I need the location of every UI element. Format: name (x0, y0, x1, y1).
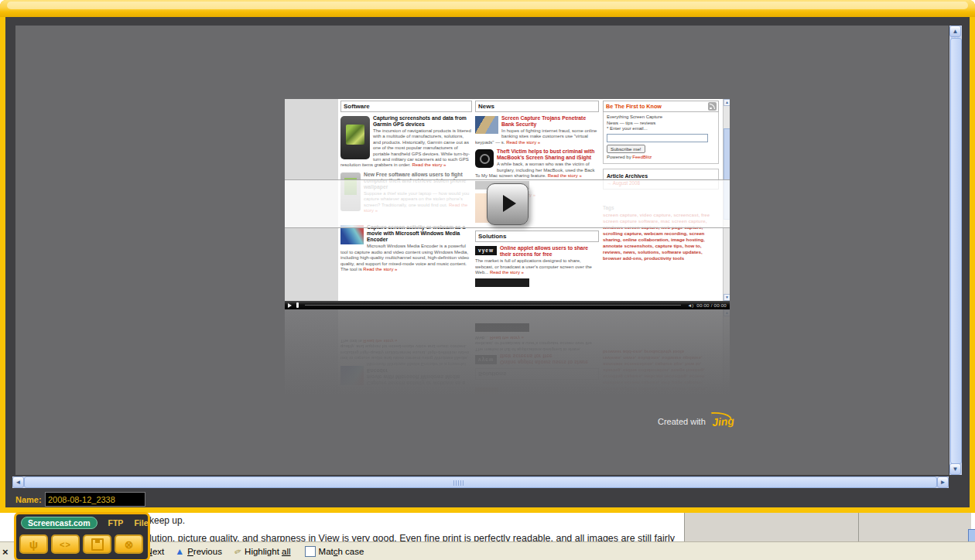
scroll-down-button[interactable]: ▼ (949, 463, 961, 475)
scroll-grip (453, 480, 464, 486)
bank-security-image (475, 116, 498, 134)
match-case-label: Match case (319, 547, 364, 556)
tab-ftp[interactable]: FTP (108, 518, 124, 528)
page-scroll-down-icon: ▼ (724, 294, 730, 301)
save-button[interactable] (83, 534, 111, 554)
horizontal-scroll-thumb[interactable] (24, 476, 937, 488)
subscribe-box: Everything Screen Capture News — tips — … (603, 112, 719, 164)
find-previous-label: Previous (187, 547, 222, 556)
sidebar-sub-text: News — tips — reviews (607, 121, 715, 127)
save-icon (91, 538, 104, 551)
horizontal-scrollbar[interactable]: ◄ ► (12, 476, 949, 488)
jing-watermark: Created with Jing (658, 415, 734, 428)
powered-by: Powered by FeedBlitz (607, 155, 715, 161)
jing-preview-app: keep up. olution, picture quality, and s… (0, 0, 975, 560)
find-previous-button[interactable]: ▲Previous (175, 547, 222, 556)
match-case-checkbox[interactable] (305, 546, 316, 557)
name-label: Name: (15, 495, 42, 504)
read-story-link: Read the story » (506, 140, 540, 145)
vyew-logo: vyew (475, 246, 497, 255)
article: Screen Capture Trojans Penetrate Bank Se… (475, 115, 599, 145)
read-story-link: Read the story » (490, 270, 524, 275)
subscribe-button: Subscribe me! (607, 145, 645, 154)
play-control-icon[interactable] (288, 303, 292, 308)
background-scrollbar-fragment (968, 529, 975, 542)
cancel-icon: ⊗ (125, 539, 134, 550)
titlebar-gloss (7, 2, 968, 9)
article: vyew Online applet allows users to share… (475, 245, 599, 275)
highlight-all-button[interactable]: ✏Highlight all (234, 547, 291, 557)
share-icon: ψ (29, 538, 38, 550)
time-display: 00:00 / 00:00 (696, 302, 727, 308)
article: Capture screen activity or webcam as a m… (340, 224, 472, 272)
share-panel: Screencast.com FTP File ψ <> ⊗ (14, 512, 150, 560)
solutions-column-header: Solutions (475, 230, 599, 242)
jing-logo: Jing (711, 415, 734, 429)
read-story-link: Read the story » (548, 173, 582, 178)
name-input[interactable] (45, 492, 145, 507)
seek-handle[interactable] (296, 302, 299, 308)
archives-header: Article Archives (607, 173, 715, 179)
media-encoder-image (340, 225, 364, 244)
seek-track[interactable] (305, 305, 681, 306)
news-column-header: News (475, 101, 599, 112)
jing-preview-window: ▲ ▼ ◄ ► Name: Software Capturing screens… (0, 0, 975, 513)
article: Theft Victim helps to bust criminal with… (475, 149, 599, 179)
article: Capturing screenshots and data from Garm… (340, 115, 472, 169)
software-column-header: Software (340, 101, 472, 112)
embed-code-icon: <> (60, 540, 71, 549)
background-text-line-1: keep up. (149, 515, 185, 526)
article-body: Microsoft Windows Media Encoder is a pow… (340, 244, 469, 271)
vertical-scrollbar[interactable]: ▲ ▼ (949, 26, 962, 475)
tab-screencast[interactable]: Screencast.com (21, 517, 98, 529)
close-icon[interactable]: × (2, 546, 9, 558)
rss-icon (708, 102, 717, 111)
arrow-up-icon: ▲ (175, 548, 184, 555)
tab-file[interactable]: File (134, 518, 148, 528)
email-label: * Enter your email... (607, 126, 715, 132)
background-panel (684, 513, 859, 541)
read-story-link: Read the story » (412, 162, 446, 167)
share-tabs: Screencast.com FTP File (21, 517, 148, 529)
speaker-icon[interactable]: ◄) (687, 303, 693, 308)
highlighter-icon: ✏ (233, 545, 244, 558)
match-case-option[interactable]: Match case (305, 546, 364, 557)
article-title: Theft Victim helps to bust criminal with… (475, 149, 599, 161)
vertical-scroll-thumb[interactable] (950, 38, 962, 464)
dark-photo-strip (475, 278, 529, 287)
play-button[interactable] (487, 183, 529, 225)
cancel-button[interactable]: ⊗ (115, 534, 143, 554)
play-icon (503, 195, 516, 212)
share-button[interactable]: ψ (19, 534, 48, 554)
read-story-link: Read the story » (363, 267, 397, 271)
email-field (607, 134, 708, 142)
scroll-up-button[interactable]: ▲ (949, 26, 961, 37)
macbook-image (475, 149, 494, 168)
scroll-right-button[interactable]: ► (937, 476, 949, 488)
scroll-left-button[interactable]: ◄ (12, 476, 24, 488)
background-panel (858, 513, 971, 541)
video-controls: ◄) 00:00 / 00:00 (285, 301, 730, 309)
garmin-gps-image (340, 116, 370, 159)
window-titlebar[interactable] (0, 0, 975, 17)
sidebar-header: Be The First to Know (603, 101, 719, 112)
embed-code-button[interactable]: <> (51, 534, 80, 554)
page-scroll-up-icon: ▲ (724, 99, 730, 106)
sidebar-sub-text: Everything Screen Capture (607, 114, 715, 121)
share-buttons: ψ <> ⊗ (19, 534, 143, 554)
watermark-text: Created with (658, 417, 706, 426)
highlight-all-label: Highlight all (245, 547, 290, 556)
